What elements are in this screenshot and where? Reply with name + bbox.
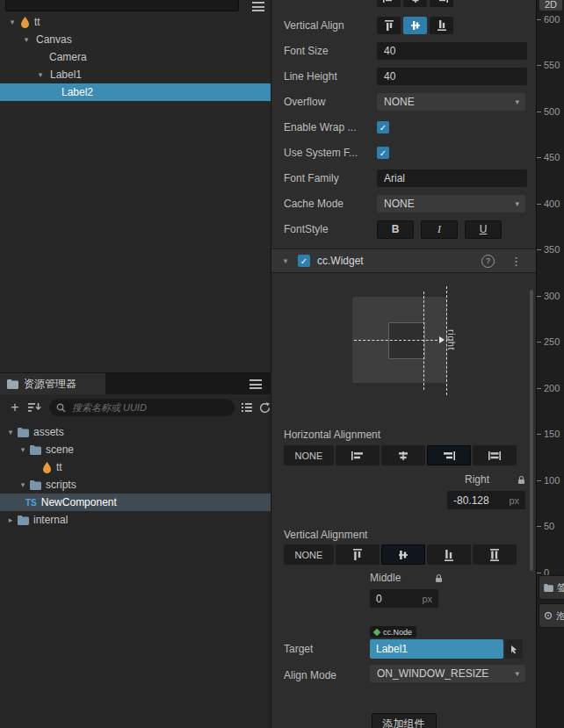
row-vertical-align: Vertical Align (284, 16, 525, 35)
node-type-label: cc.Node (383, 628, 412, 637)
valign-middle-icon (410, 19, 421, 32)
cocos-scene-icon (42, 462, 52, 473)
asset-node-scripts[interactable]: ▾ scripts (0, 476, 271, 494)
halign-left-button[interactable] (336, 445, 380, 465)
valign-middle-button-selected[interactable] (403, 17, 427, 34)
lock-icon[interactable] (517, 475, 525, 485)
widget-diagram-node-edge-line (423, 292, 424, 390)
chevron-down-icon[interactable]: ▾ (21, 36, 32, 44)
inspector-scrollbar[interactable] (530, 290, 533, 571)
chevron-down-icon[interactable]: ▾ (5, 429, 16, 436)
vertical-alignment-heading: Vertical Alignment (284, 529, 367, 541)
tree-node-camera[interactable]: Camera (0, 48, 271, 66)
enable-wrap-checkbox[interactable]: ✓ (377, 121, 389, 133)
use-system-font-checkbox[interactable]: ✓ (377, 147, 389, 159)
sort-assets-icon[interactable] (28, 402, 42, 413)
docked-panel-tab-2[interactable]: 泡 (539, 603, 564, 628)
align-center-button[interactable] (403, 0, 427, 7)
hierarchy-filter-bar[interactable] (5, 0, 239, 11)
asset-node-newcomponent-selected[interactable]: TS NewComponent (0, 494, 271, 511)
field-label: Cache Mode (284, 198, 377, 210)
right-offset-field[interactable]: -80.128 px (447, 491, 525, 509)
chevron-right-icon[interactable]: ▸ (5, 516, 16, 524)
asset-node-scene[interactable]: ▾ scene (0, 441, 271, 458)
walign-top-icon (352, 548, 363, 562)
unit-label: px (422, 594, 432, 604)
refresh-icon[interactable] (259, 402, 271, 414)
hierarchy-menu-icon[interactable] (252, 2, 264, 11)
valign-bottom-button[interactable] (430, 17, 453, 34)
underline-button[interactable]: U (465, 220, 502, 239)
valign-top-button[interactable] (377, 17, 401, 34)
help-icon[interactable]: ? (481, 255, 495, 268)
tree-node-label2-selected[interactable]: Label2 (0, 83, 271, 101)
tree-node-label1[interactable]: ▾ Label1 (0, 66, 271, 83)
asset-label: NewComponent (41, 496, 117, 508)
chevron-down-icon[interactable]: ▾ (7, 18, 18, 26)
asset-node-assets[interactable]: ▾ assets (0, 423, 271, 441)
walign-middle-icon (398, 548, 409, 562)
italic-button[interactable]: I (421, 220, 458, 239)
right-offset-label-row: Right (447, 473, 525, 486)
check-icon: ✓ (300, 256, 307, 266)
font-family-input[interactable] (377, 169, 527, 187)
node-picker-icon (510, 645, 519, 654)
walign-bottom-button[interactable] (427, 544, 471, 565)
line-height-input[interactable] (377, 68, 527, 85)
node-picker-button[interactable] (505, 639, 523, 659)
assets-panel-title: 资源管理器 (24, 377, 76, 392)
assets-panel-tab[interactable]: 资源管理器 (0, 373, 105, 394)
halign-none-button[interactable]: NONE (284, 445, 334, 465)
halign-stretch-button[interactable] (473, 445, 517, 465)
align-right-icon (435, 0, 449, 4)
walign-none-button[interactable]: NONE (284, 544, 334, 565)
walign-bottom-icon (444, 548, 454, 562)
lock-icon[interactable] (435, 573, 443, 583)
add-component-button[interactable]: 添加组件 (372, 713, 437, 728)
tree-node-canvas[interactable]: ▾ Canvas (0, 31, 271, 48)
halign-right-button-selected[interactable] (427, 445, 471, 465)
panel-tab-label: 泡 (556, 609, 564, 623)
assets-panel-header: 资源管理器 (0, 373, 271, 394)
asset-search-input[interactable] (70, 401, 206, 414)
create-asset-button[interactable]: + (9, 400, 21, 414)
row-enable-wrap: Enable Wrap ... ✓ (284, 118, 525, 137)
align-left-button[interactable] (377, 0, 401, 7)
asset-label: internal (33, 514, 68, 526)
align-right-button[interactable] (430, 0, 453, 7)
folder-icon (30, 445, 41, 455)
overflow-select[interactable]: NONE ▾ (377, 93, 525, 111)
kebab-menu-icon[interactable]: ⋮ (510, 255, 522, 268)
field-label: Use System F... (284, 147, 377, 159)
align-mode-select[interactable]: ON_WINDOW_RESIZE ▾ (370, 665, 525, 682)
target-node-field[interactable]: Label1 (370, 639, 503, 659)
cache-mode-select[interactable]: NONE ▾ (377, 195, 525, 213)
halign-right-icon (442, 450, 456, 461)
walign-top-button[interactable] (336, 544, 380, 565)
chevron-down-icon[interactable]: ▾ (18, 446, 28, 454)
node-label: Label2 (61, 86, 93, 98)
horizontal-alignment-buttons: NONE (284, 445, 518, 465)
assets-menu-icon[interactable] (249, 379, 262, 389)
chevron-down-icon[interactable]: ▾ (280, 257, 291, 265)
2d-view-toggle[interactable]: 2D (539, 0, 562, 11)
middle-offset-field[interactable]: 0 px (370, 589, 438, 608)
asset-node-internal[interactable]: ▸ internal (0, 511, 271, 529)
widget-enabled-checkbox[interactable]: ✓ (298, 255, 310, 267)
docked-panel-tab-1[interactable]: 签 (539, 575, 564, 600)
list-view-icon[interactable] (242, 403, 252, 412)
chevron-down-icon[interactable]: ▾ (18, 481, 28, 489)
widget-component-header[interactable]: ▾ ✓ cc.Widget ? ⋮ (271, 249, 536, 273)
chevron-down-icon[interactable]: ▾ (35, 71, 46, 79)
valign-bottom-icon (437, 19, 447, 32)
asset-node-tt-scene[interactable]: tt (0, 458, 271, 476)
walign-stretch-button[interactable] (473, 544, 517, 565)
bold-button[interactable]: B (377, 220, 414, 239)
font-size-input[interactable] (377, 42, 527, 60)
walign-middle-button-selected[interactable] (381, 544, 425, 565)
tree-node-tt[interactable]: ▾ tt (0, 13, 271, 31)
asset-search-box[interactable] (49, 399, 235, 416)
component-title: cc.Widget (317, 255, 364, 267)
halign-center-button[interactable] (381, 445, 425, 465)
chevron-down-icon: ▾ (515, 669, 519, 678)
